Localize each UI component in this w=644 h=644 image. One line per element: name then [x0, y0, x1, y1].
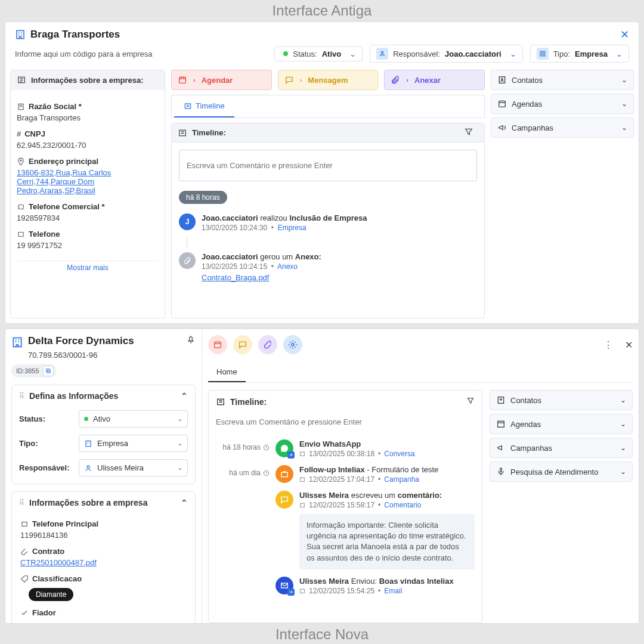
r1-tag[interactable]: Conversa [384, 450, 414, 458]
accordion-agendas[interactable]: Agendas⌄ [490, 414, 633, 434]
company-title: Delta Force Dynamics [28, 335, 134, 347]
timeline-header: Timeline: [230, 397, 267, 407]
list-icon [17, 75, 26, 85]
resp-label: Responsável: [393, 49, 440, 58]
contrato-value[interactable]: CTR25010000487.pdf [20, 558, 187, 567]
hash-icon: # [17, 129, 21, 138]
card-header[interactable]: ⠿ Informações sobre a empresa ⌃ [12, 492, 195, 513]
code-hint[interactable]: Informe aqui um código para a empresa [15, 49, 267, 58]
card2-title: Informações sobre a empresa [29, 498, 147, 507]
building-icon [11, 336, 23, 348]
entry1-tag[interactable]: Empresa [278, 224, 306, 232]
gear-icon [288, 340, 298, 349]
tipo-chip[interactable]: Tipo: Empresa ⌄ [530, 45, 629, 63]
r4-tag[interactable]: Email [384, 587, 402, 595]
r1-title: Envio WhatsApp [299, 439, 361, 448]
entry2-action: Anexo: [295, 252, 321, 261]
tipo-value: Empresa [575, 49, 608, 58]
status-chip[interactable]: Status: Ativo ⌄ [274, 47, 363, 61]
mensagem-button[interactable]: › Mensagem [278, 70, 379, 90]
old-center: › Agendar › Mensagem › Anexar Timeline [171, 70, 485, 318]
id-text: ID:3855 [16, 367, 39, 374]
pin-button[interactable] [186, 335, 196, 346]
tipo-select[interactable]: Empresa⌄ [79, 435, 188, 452]
responsavel-chip[interactable]: Responsável: Joao.cacciatori ⌄ [370, 45, 522, 63]
timeline-comment-input[interactable] [179, 150, 477, 181]
svg-rect-30 [301, 478, 305, 481]
svg-point-15 [501, 78, 503, 80]
status-value: Ativo [322, 49, 342, 58]
accordion-contatos[interactable]: Contatos⌄ [491, 70, 634, 90]
chat-icon [238, 340, 247, 349]
card-header[interactable]: ⠿ Defina as Informações ⌃ [12, 385, 195, 407]
close-button[interactable]: ✕ [625, 339, 633, 351]
badge-corner-icon: ➜ [287, 589, 295, 596]
copy-button[interactable] [43, 366, 54, 376]
entry2-verb: gerou um [258, 252, 295, 261]
comment-field[interactable] [216, 415, 475, 429]
r2-tag[interactable]: Campanha [384, 475, 419, 484]
drag-handle-icon[interactable]: ⠿ [19, 499, 24, 507]
svg-rect-20 [86, 441, 91, 446]
r2-titleb: Follow-up Inteliax [299, 465, 365, 474]
accordion-contatos[interactable]: Contatos⌄ [490, 390, 633, 410]
agendar-label: Agendar [202, 76, 233, 85]
svg-rect-18 [47, 370, 50, 373]
tab-home[interactable]: Home [208, 363, 246, 382]
entry2-file[interactable]: Contrato_Braga.pdf [202, 273, 321, 282]
new-left-panel: Delta Force Dynamics 70.789.563/0001-96 … [5, 329, 202, 623]
chevron-down-icon: ⌄ [620, 420, 626, 428]
calendar-icon [496, 419, 506, 429]
timeline-header: Timeline: [192, 128, 226, 137]
accordion-campanhas[interactable]: Campanhas⌄ [490, 438, 633, 458]
agendar-button[interactable]: › Agendar [171, 70, 272, 90]
accordion-agendas[interactable]: Agendas⌄ [491, 94, 634, 114]
timeline-connector [187, 238, 187, 249]
more-menu[interactable]: ⋮ [603, 339, 613, 351]
megaphone-icon [497, 123, 507, 132]
message-action[interactable] [233, 335, 252, 354]
svg-rect-0 [17, 30, 24, 39]
resp-select[interactable]: Ulisses Meira⌄ [79, 459, 188, 476]
paperclip-icon [20, 547, 29, 556]
close-button[interactable]: ✕ [620, 28, 629, 41]
r4-ts: 12/02/2025 15:54:25 [309, 587, 374, 595]
svg-rect-27 [301, 452, 305, 456]
briefcase-icon [275, 465, 293, 483]
addr-value[interactable]: 13606-832,Rua,Rua Carlos Cerri,744,Parqu… [17, 168, 136, 195]
entry2-tag[interactable]: Anexo [277, 262, 298, 271]
entry1-ts: 13/02/2025 10:24:30 [202, 224, 267, 232]
settings-action[interactable] [283, 335, 302, 354]
tab-timeline[interactable]: Timeline [174, 95, 234, 117]
filter-icon[interactable] [464, 127, 478, 138]
svg-rect-3 [543, 51, 545, 53]
timeline-comment-input[interactable] [216, 415, 475, 429]
status-dot-icon [283, 51, 288, 56]
accordion-pesquisa[interactable]: Pesquisa de Atendimento⌄ [490, 462, 633, 482]
calendar-icon [299, 502, 305, 508]
status-select[interactable]: Ativo⌄ [79, 410, 188, 428]
status-label: Status: [19, 414, 73, 423]
accordion-campanhas[interactable]: Campanhas⌄ [491, 117, 634, 138]
calendar-action[interactable] [208, 335, 227, 354]
building-icon [15, 29, 26, 40]
calendar-icon [299, 476, 305, 482]
tabs: Home [208, 363, 633, 383]
razao-label: Razão Social * [29, 102, 82, 111]
phone-icon [20, 520, 29, 528]
show-more-link[interactable]: Mostrar mais [17, 261, 159, 272]
feed-time: há 18 horas [223, 443, 261, 451]
avatar: J [179, 213, 196, 230]
pin-icon [17, 157, 25, 166]
r3-tag[interactable]: Comentario [384, 501, 421, 509]
comment-field[interactable] [187, 161, 469, 170]
check-icon [20, 609, 29, 617]
filter-icon[interactable] [466, 397, 475, 407]
list-icon [216, 397, 225, 407]
new-interface: Delta Force Dynamics 70.789.563/0001-96 … [5, 329, 639, 624]
clock-icon [263, 470, 270, 476]
attach-action[interactable] [258, 335, 277, 354]
tabs: Timeline [171, 95, 485, 118]
anexar-button[interactable]: › Anexar [384, 70, 485, 90]
drag-handle-icon[interactable]: ⠿ [19, 392, 24, 400]
